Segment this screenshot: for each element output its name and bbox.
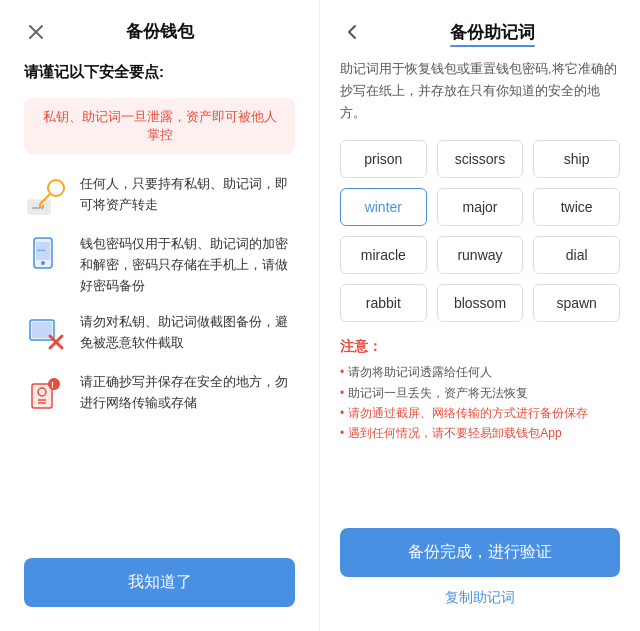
word-cell-1: scissors <box>437 140 524 178</box>
security-item-1: •••• 任何人，只要持有私钥、助记词，即可将资产转走 <box>24 174 295 218</box>
left-header: 备份钱包 <box>24 20 295 43</box>
note-item-1: • 助记词一旦丢失，资产将无法恢复 <box>340 383 620 403</box>
bullet-icon-0: • <box>340 362 344 382</box>
word-grid: prison scissors ship winter major twice … <box>340 140 620 322</box>
svg-text:!: ! <box>51 380 54 390</box>
save-location-icon: ! <box>24 372 68 416</box>
backup-button[interactable]: 备份完成，进行验证 <box>340 528 620 577</box>
word-cell-9: rabbit <box>340 284 427 322</box>
left-subtitle: 请谨记以下安全要点: <box>24 63 164 82</box>
notes-title: 注意： <box>340 338 620 356</box>
word-cell-7: runway <box>437 236 524 274</box>
left-bottom: 我知道了 <box>24 558 295 607</box>
key-icon: •••• <box>24 174 68 218</box>
back-button[interactable] <box>340 20 364 44</box>
bullet-icon-2: • <box>340 403 344 423</box>
confirm-button[interactable]: 我知道了 <box>24 558 295 607</box>
word-cell-11: spawn <box>533 284 620 322</box>
screenshot-icon <box>24 312 68 356</box>
note-item-2: • 请勿通过截屏、网络传输的方式进行备份保存 <box>340 403 620 423</box>
svg-point-12 <box>41 261 45 265</box>
warning-text: 私钥、助记词一旦泄露，资产即可被他人掌控 <box>40 108 279 144</box>
right-description: 助记词用于恢复钱包或重置钱包密码,将它准确的抄写在纸上，并存放在只有你知道的安全… <box>340 58 620 124</box>
right-panel: 备份助记词 助记词用于恢复钱包或重置钱包密码,将它准确的抄写在纸上，并存放在只有… <box>320 0 640 631</box>
word-cell-4: major <box>437 188 524 226</box>
security-item-2: •••• 钱包密码仅用于私钥、助记词的加密和解密，密码只存储在手机上，请做好密码… <box>24 234 295 296</box>
right-title-wrapper: 备份助记词 <box>364 21 620 44</box>
bullet-icon-1: • <box>340 383 344 403</box>
phone-lock-icon: •••• <box>24 234 68 278</box>
word-cell-0: prison <box>340 140 427 178</box>
security-item-4: ! 请正确抄写并保存在安全的地方，勿进行网络传输或存储 <box>24 372 295 416</box>
svg-point-5 <box>48 180 64 196</box>
word-cell-5: twice <box>533 188 620 226</box>
security-items: •••• 任何人，只要持有私钥、助记词，即可将资产转走 •••• 钱包密码 <box>24 174 295 542</box>
right-bottom: 备份完成，进行验证 复制助记词 <box>340 528 620 607</box>
warning-box: 私钥、助记词一旦泄露，资产即可被他人掌控 <box>24 98 295 154</box>
left-title: 备份钱包 <box>126 20 194 43</box>
svg-text:••••: •••• <box>32 203 43 212</box>
word-cell-8: dial <box>533 236 620 274</box>
word-cell-6: miracle <box>340 236 427 274</box>
svg-point-21 <box>48 378 60 390</box>
right-title: 备份助记词 <box>450 21 535 44</box>
close-button[interactable] <box>24 20 48 44</box>
word-cell-2: ship <box>533 140 620 178</box>
word-cell-10: blossom <box>437 284 524 322</box>
left-panel: 备份钱包 请谨记以下安全要点: 私钥、助记词一旦泄露，资产即可被他人掌控 •••… <box>0 0 320 631</box>
note-item-0: • 请勿将助记词透露给任何人 <box>340 362 620 382</box>
word-cell-3: winter <box>340 188 427 226</box>
svg-text:••••: •••• <box>37 247 45 253</box>
bullet-icon-3: • <box>340 423 344 443</box>
security-item-3: 请勿对私钥、助记词做截图备份，避免被恶意软件截取 <box>24 312 295 356</box>
security-item-2-text: 钱包密码仅用于私钥、助记词的加密和解密，密码只存储在手机上，请做好密码备份 <box>80 234 295 296</box>
right-header: 备份助记词 <box>340 20 620 44</box>
security-item-4-text: 请正确抄写并保存在安全的地方，勿进行网络传输或存储 <box>80 372 295 414</box>
security-item-1-text: 任何人，只要持有私钥、助记词，即可将资产转走 <box>80 174 295 216</box>
notes-section: 注意： • 请勿将助记词透露给任何人 • 助记词一旦丢失，资产将无法恢复 • 请… <box>340 338 620 444</box>
note-item-3: • 遇到任何情况，请不要轻易卸载钱包App <box>340 423 620 443</box>
security-item-3-text: 请勿对私钥、助记词做截图备份，避免被恶意软件截取 <box>80 312 295 354</box>
copy-mnemonic-link[interactable]: 复制助记词 <box>445 589 515 607</box>
